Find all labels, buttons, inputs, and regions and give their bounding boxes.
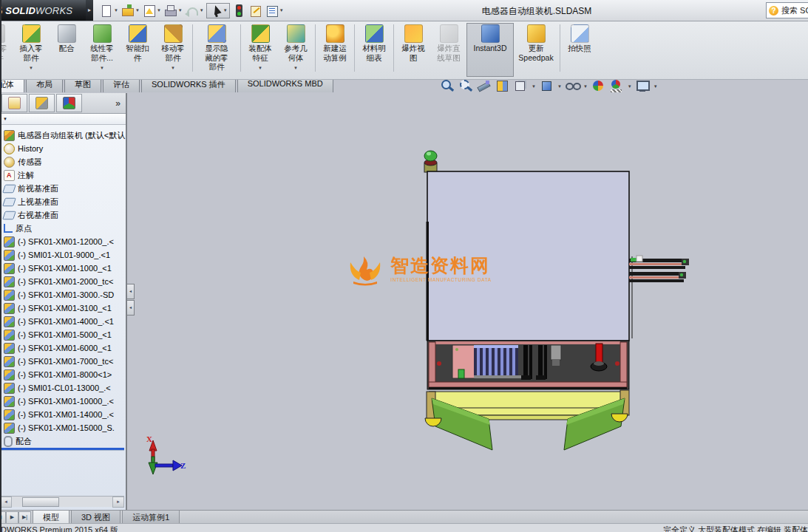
assembly-features-button[interactable]: 装配体 特征▼ bbox=[242, 23, 278, 77]
chevron-down-icon[interactable]: ▼ bbox=[171, 64, 175, 73]
chevron-down-icon[interactable]: ▼ bbox=[29, 64, 33, 73]
filter-caret-icon[interactable]: ▼ bbox=[3, 117, 7, 121]
tree-item-component[interactable]: (-) SFK01-XM01-7000_tc< bbox=[0, 355, 126, 368]
bill-of-materials-button[interactable]: 材料明 细表 bbox=[356, 23, 392, 77]
apply-scene-icon[interactable] bbox=[609, 79, 625, 93]
chevron-down-icon[interactable]: ▼ bbox=[135, 8, 140, 13]
edit-appearance-icon[interactable] bbox=[591, 79, 606, 93]
tab-displaymanager[interactable] bbox=[56, 94, 82, 112]
chevron-down-icon[interactable]: ▼ bbox=[223, 8, 228, 13]
flyout-collapse-button[interactable]: ◂ bbox=[126, 300, 135, 316]
chevron-down-icon[interactable]: ▼ bbox=[100, 64, 104, 73]
tree-item-component[interactable]: (-) SFK01-XM01-12000_.< bbox=[0, 235, 126, 248]
tab-featuremanager[interactable] bbox=[1, 94, 27, 112]
tree-item-component[interactable]: (-) SFK01-XM01-4000_.<1 bbox=[0, 315, 126, 328]
new-motion-study-button[interactable]: 新建运 动算例 bbox=[317, 23, 353, 77]
tab-motion-study-1[interactable]: 运动算例1 bbox=[122, 510, 180, 524]
chevron-down-icon[interactable]: ▼ bbox=[653, 84, 658, 89]
tree-item-history[interactable]: History bbox=[0, 142, 126, 155]
tree-item-right-plane[interactable]: 右视基准面 bbox=[0, 208, 126, 222]
section-view-icon[interactable] bbox=[495, 79, 510, 93]
file-properties-button[interactable] bbox=[248, 4, 262, 18]
insert-component-button[interactable]: 插入零 部件▼ bbox=[13, 23, 49, 77]
tree-item-root[interactable]: 电感器自动组装机 (默认<默认 bbox=[0, 129, 126, 142]
rollback-bar[interactable] bbox=[0, 448, 124, 450]
view-orientation-icon[interactable] bbox=[513, 79, 529, 93]
part-icon bbox=[4, 263, 15, 274]
show-hidden-components-button[interactable]: 显示隐 藏的零 部件 bbox=[194, 23, 239, 77]
tree-item-component[interactable]: (-) SFK01-XM01-10000_.< bbox=[0, 395, 126, 408]
tree-item-component[interactable]: (-) SFK01-XM01-8000<1> bbox=[0, 368, 126, 381]
chevron-down-icon[interactable]: ▼ bbox=[532, 84, 536, 89]
tree-item-annotations[interactable]: 注解 bbox=[0, 168, 126, 182]
undo-button[interactable]: ▼ bbox=[185, 4, 204, 18]
nav-last-button[interactable]: ▶| bbox=[18, 511, 31, 524]
update-speedpak-button[interactable]: 更新 Speedpak bbox=[514, 23, 558, 77]
help-icon[interactable]: ? bbox=[769, 6, 778, 16]
panel-tab-strip: » bbox=[0, 93, 126, 114]
chevron-down-icon[interactable]: ▼ bbox=[178, 8, 183, 13]
tree-item-origin[interactable]: 原点 bbox=[0, 222, 126, 235]
scroll-right-button[interactable]: ▸ bbox=[112, 497, 124, 508]
tree-item-top-plane[interactable]: 上视基准面 bbox=[0, 195, 126, 208]
tab-model[interactable]: 模型 bbox=[33, 510, 69, 524]
chevron-down-icon[interactable]: ▼ bbox=[279, 8, 284, 13]
chevron-down-icon[interactable]: ▼ bbox=[200, 8, 204, 13]
tree-item-component[interactable]: (-) SFK01-XM01-5000_<1 bbox=[0, 328, 126, 341]
tree-item-component[interactable]: (-) SFK01-XM01-1000_<1 bbox=[0, 262, 126, 275]
tree-item-component[interactable]: (-) SMI01-XL01-9000_.<1 bbox=[0, 248, 126, 262]
save-button[interactable]: ▼ bbox=[142, 4, 161, 18]
expand-panel-tabs-button[interactable]: » bbox=[115, 98, 120, 109]
smart-fasteners-button[interactable]: 智能扣 件 bbox=[120, 23, 155, 77]
tree-item-component[interactable]: (-) SFK01-XM01-14000_.< bbox=[0, 408, 126, 421]
instant3d-button[interactable]: Instant3D bbox=[466, 23, 514, 77]
zoom-to-fit-icon[interactable] bbox=[439, 79, 455, 93]
take-snapshot-button[interactable]: 拍快照 bbox=[562, 23, 597, 77]
print-button[interactable]: ▼ bbox=[163, 4, 183, 18]
tree-item-front-plane[interactable]: 前视基准面 bbox=[0, 182, 126, 195]
new-document-button[interactable]: ▼ bbox=[99, 4, 118, 18]
nav-next-button[interactable]: ▶ bbox=[6, 511, 18, 524]
tree-horizontal-scrollbar[interactable]: ◂ ▸ bbox=[0, 496, 124, 507]
open-button[interactable]: ▼ bbox=[120, 4, 140, 18]
chevron-down-icon[interactable]: ▼ bbox=[628, 84, 632, 89]
view-settings-icon[interactable] bbox=[635, 79, 651, 93]
exploded-view-button[interactable]: 爆炸视 图 bbox=[395, 23, 431, 77]
zoom-to-area-icon[interactable] bbox=[458, 79, 473, 93]
chevron-down-icon[interactable]: ▼ bbox=[114, 8, 118, 13]
hide-show-items-icon[interactable] bbox=[565, 79, 580, 93]
solidworks-window: S SOLIDWORKS ▸ ▼ ▼ ▼ ▼ ▼ ▼ ▼ 电感器自动组装机.SL… bbox=[0, 0, 808, 532]
chevron-down-icon[interactable]: ▼ bbox=[583, 84, 588, 89]
select-button[interactable]: ▼ bbox=[206, 3, 230, 18]
tree-item-sensors[interactable]: 传感器 bbox=[0, 155, 126, 168]
flyout-collapse-button[interactable]: ◂ bbox=[126, 284, 135, 299]
tab-configurationmanager[interactable] bbox=[29, 94, 55, 112]
scrollbar-thumb[interactable] bbox=[22, 497, 59, 507]
chevron-down-icon[interactable]: ▼ bbox=[557, 84, 562, 89]
rebuild-traffic-light-button[interactable] bbox=[232, 4, 246, 18]
linear-pattern-button[interactable]: 线性零 部件...▼ bbox=[84, 23, 120, 77]
tree-item-component[interactable]: (-) SFK01-XM01-6000_<1 bbox=[0, 341, 126, 355]
tree-item-component[interactable]: (-) SFK01-XM01-15000_S. bbox=[0, 421, 126, 434]
chevron-down-icon[interactable]: ▼ bbox=[258, 64, 262, 73]
tab-3d-views[interactable]: 3D 视图 bbox=[71, 510, 120, 524]
bottom-tab-bar: ◀ ▶ ▶| 模型 3D 视图 运动算例1 bbox=[0, 510, 808, 524]
mate-button[interactable]: 配合 bbox=[49, 23, 84, 77]
reference-geometry-button[interactable]: 参考几 何体▼ bbox=[278, 23, 313, 77]
tree-filter-bar[interactable]: ▼ bbox=[0, 114, 126, 125]
triad-x-label: X bbox=[146, 434, 152, 443]
tree-item-component[interactable]: (-) SMI01-CL01-13000_.< bbox=[0, 381, 126, 395]
tree-item-component[interactable]: (-) SFK01-XM01-3000.-SD bbox=[0, 288, 126, 301]
chevron-down-icon[interactable]: ▼ bbox=[293, 64, 298, 73]
menu-flyout-arrow[interactable]: ▸ bbox=[86, 0, 93, 21]
display-style-icon[interactable] bbox=[539, 79, 554, 93]
search-box[interactable]: ? 搜索 SO bbox=[766, 2, 808, 18]
chevron-down-icon[interactable]: ▼ bbox=[157, 8, 161, 13]
tree-item-mates[interactable]: 配合 bbox=[0, 434, 126, 448]
options-button[interactable]: ▼ bbox=[265, 4, 284, 18]
tree-item-component[interactable]: (-) SFK01-XM01-3100_<1 bbox=[0, 301, 126, 315]
scroll-left-button[interactable]: ◂ bbox=[0, 497, 12, 508]
move-component-button[interactable]: 移动零 部件▼ bbox=[155, 23, 191, 77]
previous-view-icon[interactable] bbox=[476, 79, 492, 93]
tree-item-component[interactable]: (-) SFK01-XM01-2000_tc< bbox=[0, 275, 126, 288]
